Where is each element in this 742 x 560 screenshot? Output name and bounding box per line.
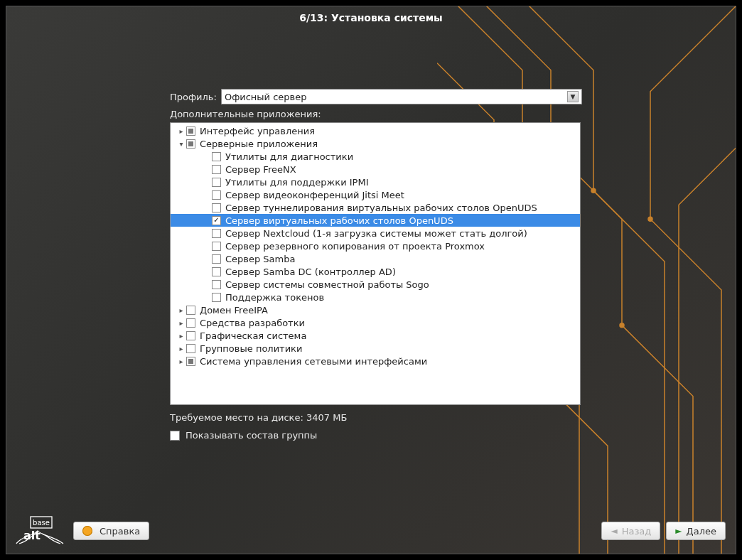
tree-checkbox[interactable] bbox=[212, 280, 221, 289]
tree-row-label: Средства разработки bbox=[200, 318, 305, 328]
next-button[interactable]: ►Далее bbox=[666, 522, 726, 540]
chevron-right-icon[interactable]: ▸ bbox=[176, 319, 186, 327]
tree-row[interactable]: Сервер Nextcloud (1-я загрузка системы м… bbox=[171, 227, 580, 239]
tree-checkbox[interactable] bbox=[212, 293, 221, 302]
tree-row[interactable]: Сервер системы совместной работы Sogo bbox=[171, 278, 580, 291]
tree-checkbox[interactable] bbox=[212, 216, 221, 225]
tree-checkbox[interactable] bbox=[212, 152, 221, 161]
tree-row-label: Сервер системы совместной работы Sogo bbox=[225, 279, 429, 290]
tree-checkbox[interactable] bbox=[186, 357, 195, 366]
show-group-label: Показывать состав группы bbox=[186, 430, 317, 441]
svg-text:base: base bbox=[33, 519, 50, 527]
tree-checkbox[interactable] bbox=[186, 344, 195, 353]
chevron-right-icon[interactable]: ▸ bbox=[176, 127, 186, 135]
tree-row-label: Сервер FreeNX bbox=[225, 164, 296, 175]
chevron-right-icon[interactable]: ▸ bbox=[176, 357, 186, 365]
tree-row[interactable]: ▸Групповые политики bbox=[171, 342, 580, 355]
back-button[interactable]: ◄Назад bbox=[601, 522, 660, 540]
tree-row-label: Графическая система bbox=[200, 330, 306, 341]
chevron-down-icon[interactable]: ▾ bbox=[176, 140, 186, 148]
tree-checkbox[interactable] bbox=[212, 178, 221, 187]
tree-checkbox[interactable] bbox=[212, 267, 221, 276]
profile-value: Офисный сервер bbox=[225, 92, 307, 102]
tree-row-label: Сервер Samba DC (контроллер AD) bbox=[225, 266, 396, 277]
tree-row[interactable]: ▾Серверные приложения bbox=[171, 137, 580, 150]
tree-row[interactable]: Сервер виртуальных рабочих столов OpenUD… bbox=[171, 214, 580, 227]
show-group-checkbox[interactable] bbox=[170, 431, 180, 441]
basealt-logo: base alt bbox=[14, 515, 66, 546]
tree-row-label: Сервер резервного копирования от проекта… bbox=[225, 241, 485, 252]
tree-checkbox[interactable] bbox=[212, 165, 221, 174]
tree-row-label: Сервер Nextcloud (1-я загрузка системы м… bbox=[225, 228, 527, 239]
tree-row[interactable]: Сервер FreeNX bbox=[171, 163, 580, 176]
chevron-down-icon: ▼ bbox=[567, 91, 579, 102]
tree-row-label: Поддержка токенов bbox=[225, 292, 324, 303]
tree-row-label: Система управления сетевыми интерфейсами bbox=[200, 356, 427, 367]
tree-row-label: Домен FreeIPA bbox=[200, 305, 268, 316]
tree-row-label: Серверные приложения bbox=[200, 139, 318, 149]
tree-checkbox[interactable] bbox=[186, 139, 195, 149]
tree-checkbox[interactable] bbox=[212, 190, 221, 200]
tree-row[interactable]: Сервер Samba DC (контроллер AD) bbox=[171, 265, 580, 278]
page-title: 6/13: Установка системы bbox=[6, 6, 736, 32]
tree-checkbox[interactable] bbox=[212, 203, 221, 212]
tree-checkbox[interactable] bbox=[212, 254, 221, 264]
tree-row-label: Сервер Samba bbox=[225, 254, 295, 264]
tree-row[interactable]: ▸Домен FreeIPA bbox=[171, 303, 580, 316]
tree-row[interactable]: ▸Средства разработки bbox=[171, 316, 580, 329]
additional-apps-label: Дополнительные приложения: bbox=[170, 109, 582, 119]
arrow-left-icon: ◄ bbox=[611, 526, 617, 536]
svg-text:alt: alt bbox=[23, 529, 41, 542]
tree-checkbox[interactable] bbox=[212, 229, 221, 238]
profile-label: Профиль: bbox=[170, 92, 217, 102]
arrow-right-icon: ► bbox=[675, 526, 682, 536]
tree-row-label: Сервер туннелирования виртуальных рабочи… bbox=[225, 203, 537, 213]
package-tree[interactable]: ▸Интерфейс управления▾Серверные приложен… bbox=[170, 122, 581, 405]
tree-row[interactable]: ▸Интерфейс управления bbox=[171, 124, 580, 137]
profile-dropdown[interactable]: Офисный сервер ▼ bbox=[221, 89, 582, 104]
tree-row-label: Сервер видеоконференций Jitsi Meet bbox=[225, 190, 404, 200]
tree-row[interactable]: ▸Система управления сетевыми интерфейсам… bbox=[171, 355, 580, 367]
tree-row-label: Групповые политики bbox=[200, 343, 302, 354]
tree-checkbox[interactable] bbox=[186, 331, 195, 340]
chevron-right-icon[interactable]: ▸ bbox=[176, 306, 186, 314]
tree-row[interactable]: Поддержка токенов bbox=[171, 291, 580, 303]
tree-checkbox[interactable] bbox=[212, 242, 221, 251]
tree-row[interactable]: Сервер резервного копирования от проекта… bbox=[171, 239, 580, 252]
tree-row[interactable]: Сервер видеоконференций Jitsi Meet bbox=[171, 188, 580, 201]
tree-row-label: Интерфейс управления bbox=[200, 126, 315, 136]
tree-row[interactable]: Утилиты для диагностики bbox=[171, 150, 580, 163]
tree-row[interactable]: ▸Графическая система bbox=[171, 329, 580, 342]
disk-required: Требуемое место на диске: 3407 МБ bbox=[170, 412, 582, 423]
tree-row[interactable]: Сервер туннелирования виртуальных рабочи… bbox=[171, 201, 580, 214]
chevron-right-icon[interactable]: ▸ bbox=[176, 345, 186, 352]
tree-row-label: Утилиты для диагностики bbox=[225, 151, 353, 162]
chevron-right-icon[interactable]: ▸ bbox=[176, 332, 186, 340]
tree-row-label: Утилиты для поддержки IPMI bbox=[225, 177, 368, 188]
help-button[interactable]: Справка bbox=[73, 522, 149, 540]
tree-row-label: Сервер виртуальных рабочих столов OpenUD… bbox=[225, 215, 453, 226]
tree-row[interactable]: Утилиты для поддержки IPMI bbox=[171, 176, 580, 188]
tree-checkbox[interactable] bbox=[186, 306, 195, 315]
tree-checkbox[interactable] bbox=[186, 318, 195, 328]
tree-row[interactable]: Сервер Samba bbox=[171, 252, 580, 265]
tree-checkbox[interactable] bbox=[186, 126, 195, 136]
